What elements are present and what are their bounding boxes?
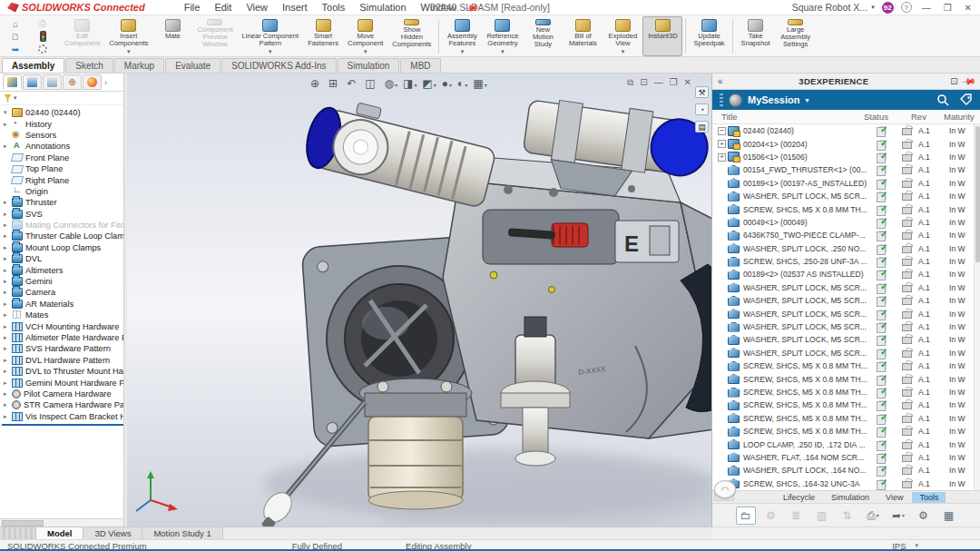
pin-icon[interactable]: 📌 bbox=[961, 74, 976, 88]
help-button[interactable]: ? bbox=[901, 2, 912, 13]
panel-toolbar-icon[interactable]: ⚙ bbox=[761, 507, 781, 525]
column-maturity[interactable]: Maturity bbox=[944, 112, 980, 122]
command-tab[interactable]: Assembly bbox=[2, 58, 64, 73]
panel-toolbar-icon[interactable]: 🗎 bbox=[787, 507, 807, 525]
ribbon-button[interactable]: Insert Components ▼ bbox=[104, 16, 152, 56]
tree-item[interactable]: ▸ SVS bbox=[0, 209, 126, 220]
expand-arrow-icon[interactable]: ▸ bbox=[4, 278, 12, 285]
hud-view-tool[interactable]: ⊕ ▾ bbox=[309, 78, 325, 89]
expand-arrow-icon[interactable]: ▸ bbox=[4, 334, 12, 341]
tree-item[interactable]: ▸ History bbox=[0, 118, 126, 129]
panel-tab[interactable]: Simulation bbox=[824, 492, 877, 503]
tree-item[interactable]: ▸ Thruster bbox=[0, 197, 126, 208]
new-document-icon[interactable]: 🗋 bbox=[4, 30, 27, 43]
tree-item[interactable]: ▸ DVL bbox=[0, 253, 126, 264]
ribbon-button[interactable]: Mate ▼ bbox=[152, 16, 192, 56]
structure-row[interactable]: − 02440 (02440) A.1 In W bbox=[712, 124, 980, 137]
dimxpertmanager-tab[interactable]: ⊕ bbox=[63, 74, 82, 90]
structure-row[interactable]: SCREW, SHCS, .164-32 UNC-3A A.1 In W bbox=[712, 477, 980, 490]
tree-item[interactable]: ▸ Front Plane bbox=[0, 153, 126, 163]
structure-row[interactable]: + 01506<1> (01506) A.1 In W bbox=[712, 151, 980, 163]
popout-icon[interactable]: ⊡ bbox=[950, 76, 957, 86]
tree-item[interactable]: ▸ Top Plane bbox=[0, 163, 126, 174]
hud-view-tool[interactable]: ⊞ ▾ bbox=[327, 78, 343, 89]
expand-arrow-icon[interactable]: ▸ bbox=[4, 143, 12, 150]
structure-row[interactable]: 00189<2> (02537 AS INSTALLED) A.1 In W bbox=[712, 268, 980, 280]
structure-row[interactable]: WASHER, SPLIT LOCK, .164 NO... A.1 In W bbox=[712, 464, 980, 477]
structure-row[interactable]: SCREW, SHCS, M5 X 0.8 MM TH... A.1 In W bbox=[712, 359, 980, 372]
expand-arrow-icon[interactable]: ▸ bbox=[4, 199, 12, 206]
tree-item[interactable]: ▸ Mount Loop Clamps bbox=[0, 242, 126, 253]
structure-row[interactable]: WASHER, FLAT, .164 NOM SCR... A.1 In W bbox=[712, 451, 980, 464]
structure-row[interactable]: WASHER, SPLIT LOCK, M5 SCR... A.1 In W bbox=[712, 347, 980, 359]
ribbon-button[interactable]: Take Snapshot ▼ bbox=[736, 16, 776, 56]
menu-file[interactable]: File bbox=[178, 2, 207, 13]
hud-view-tool[interactable]: ◨ ▾ bbox=[401, 78, 418, 89]
viewport-shortcut-icon[interactable]: ⚒ bbox=[695, 86, 709, 98]
window-control-icon[interactable]: — bbox=[654, 77, 663, 88]
menu-edit[interactable]: Edit bbox=[208, 2, 238, 13]
expand-arrow-icon[interactable]: ▸ bbox=[4, 390, 12, 398]
tree-item[interactable]: ▸ Thruster Cable Loop Clamp bbox=[0, 231, 126, 241]
home-icon[interactable]: ⌂ bbox=[4, 17, 27, 30]
close-button[interactable]: ✕ bbox=[962, 3, 975, 13]
tree-item[interactable]: ▸ DVL to Thruster Mount Hardware Pa bbox=[0, 366, 126, 377]
expand-arrow-icon[interactable]: ▾ bbox=[4, 109, 12, 116]
row-expander[interactable]: − bbox=[718, 126, 728, 135]
panel-toolbar-icon[interactable]: ⇅ bbox=[838, 507, 858, 525]
expand-arrow-icon[interactable]: ▸ bbox=[4, 211, 12, 218]
structure-row[interactable]: SCREW, SHCS, M5 X 0.8 MM TH... A.1 In W bbox=[712, 398, 980, 411]
session-label[interactable]: MySession bbox=[748, 94, 799, 105]
tree-item[interactable]: ▸ DVL Hardware Pattern bbox=[0, 355, 126, 366]
row-expander[interactable]: + bbox=[718, 153, 728, 162]
panel-tab[interactable]: Tools bbox=[912, 492, 946, 503]
structure-row[interactable]: WASHER, SPLIT LOCK, M5 SCR... A.1 In W bbox=[712, 281, 980, 294]
panel-toolbar-icon[interactable]: ⚙ bbox=[914, 507, 934, 525]
tree-item[interactable]: ▸ Camera bbox=[0, 287, 126, 298]
tree-item[interactable]: ▸ Gemini bbox=[0, 276, 126, 287]
tag-icon[interactable] bbox=[960, 93, 973, 106]
graphics-viewport[interactable]: ⊕ ▾ ⊞ ▾ ↶ ▾ ◫ ▾ ◍ ▾ ◨ ▾ ◩ ▾ ● ▾ ◐ ▾ ▦ ▾ bbox=[127, 74, 711, 526]
window-control-icon[interactable]: ⊡ bbox=[640, 77, 647, 88]
configurationmanager-tab[interactable] bbox=[43, 74, 62, 90]
tree-root-item[interactable]: ▾ 02440 (02440) bbox=[0, 107, 126, 118]
ribbon-button[interactable]: Update Speedpak ▼ bbox=[689, 16, 729, 56]
menu-tools[interactable]: Tools bbox=[316, 2, 352, 13]
propertymanager-tab[interactable] bbox=[23, 74, 42, 90]
ribbon-button[interactable]: Assembly Features ▼ bbox=[442, 16, 482, 56]
print-icon[interactable]: ⎙ bbox=[29, 17, 56, 30]
restore-button[interactable]: ❐ bbox=[941, 3, 955, 13]
window-control-icon[interactable]: ❐ bbox=[670, 77, 678, 88]
ribbon-button[interactable]: Component Preview Window ▼ bbox=[192, 16, 237, 56]
units-caret-icon[interactable]: ▾ bbox=[915, 542, 918, 549]
ribbon-button[interactable]: Exploded View ▼ bbox=[603, 16, 642, 56]
tree-item[interactable]: ▸ Mating Connectors for Fitcheck bbox=[0, 220, 126, 231]
document-tab[interactable]: Model bbox=[36, 527, 83, 539]
menu-insert[interactable]: Insert bbox=[276, 2, 314, 13]
expand-arrow-icon[interactable]: ▸ bbox=[4, 232, 12, 240]
ribbon-button[interactable]: Reference Geometry ▼ bbox=[482, 16, 523, 56]
row-expander[interactable]: + bbox=[718, 140, 728, 149]
expand-arrow-icon[interactable]: ▸ bbox=[4, 379, 12, 387]
minimize-button[interactable]: — bbox=[919, 3, 934, 13]
structure-row[interactable]: WASHER, SPLIT LOCK, M5 SCR... A.1 In W bbox=[712, 320, 980, 333]
displaymanager-tab[interactable] bbox=[83, 74, 102, 90]
document-tab[interactable]: Motion Study 1 bbox=[142, 527, 222, 539]
structure-row[interactable]: SCREW, SHCS, M5 X 0.8 MM TH... A.1 In W bbox=[712, 386, 980, 398]
structure-row[interactable]: WASHER, SPLIT LOCK, M5 SCR... A.1 In W bbox=[712, 294, 980, 307]
hud-view-tool[interactable]: ◫ ▾ bbox=[363, 78, 380, 89]
tree-item[interactable]: ▸ Mates bbox=[0, 310, 126, 320]
session-caret-icon[interactable]: ▾ bbox=[805, 96, 808, 104]
lifecycle-status-icon[interactable] bbox=[29, 30, 56, 43]
structure-row[interactable]: LOOP CLAMP, .250 ID, .172 DIA ... A.1 In… bbox=[712, 438, 980, 450]
column-title[interactable]: Title bbox=[712, 112, 864, 122]
menu-simulation[interactable]: Simulation bbox=[353, 2, 412, 13]
3dexperience-search[interactable]: Square Robot X... ▾ bbox=[792, 2, 875, 13]
featuremanager-tree-tab[interactable] bbox=[3, 74, 22, 90]
command-tab[interactable]: MBD bbox=[400, 58, 440, 73]
hud-view-tool[interactable]: ↶ ▾ bbox=[345, 78, 361, 89]
ribbon-button[interactable]: Move Component ▼ bbox=[343, 16, 387, 56]
hud-view-tool[interactable]: ◩ ▾ bbox=[420, 78, 437, 89]
hud-view-tool[interactable]: ◍ ▾ bbox=[383, 78, 400, 89]
expand-arrow-icon[interactable]: ▸ bbox=[4, 368, 12, 375]
